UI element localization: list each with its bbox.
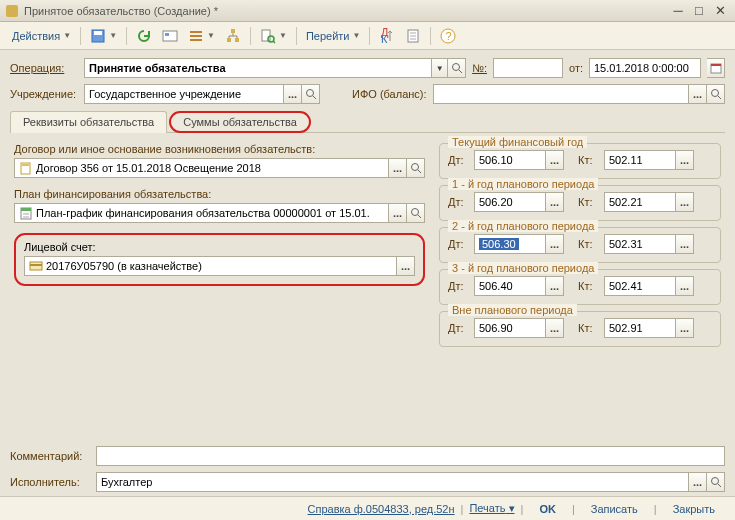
fy-y1-dt[interactable]: 506.20 [474, 192, 546, 212]
fy-current-kt[interactable]: 502.11 [604, 150, 676, 170]
svg-rect-7 [231, 29, 235, 33]
fy-y2-kt-picker[interactable]: ... [676, 234, 694, 254]
fy-y3-dt[interactable]: 506.40 [474, 276, 546, 296]
account-input[interactable]: 20176У05790 (в казначействе) [24, 256, 397, 276]
svg-line-42 [718, 484, 721, 487]
executor-picker[interactable]: ... [689, 472, 707, 492]
fy-y2: 2 - й год планового периода Дт: 506.30..… [439, 227, 721, 263]
fy-y3-kt-picker[interactable]: ... [676, 276, 694, 296]
fy-y2-kt[interactable]: 502.31 [604, 234, 676, 254]
save-button[interactable]: Записать [581, 501, 648, 517]
ifo-input[interactable] [433, 84, 689, 104]
close-window-button[interactable]: ✕ [711, 3, 729, 18]
plan-picker[interactable]: ... [389, 203, 407, 223]
institution-label: Учреждение: [10, 88, 78, 100]
svg-rect-6 [190, 39, 202, 41]
goto-menu[interactable]: Перейти▼ [302, 28, 365, 44]
toolbar-save-icon[interactable]: ▼ [86, 26, 121, 46]
date-picker-icon[interactable] [707, 58, 725, 78]
account-icon [29, 259, 43, 273]
svg-point-31 [411, 164, 418, 171]
footer-ref-link[interactable]: Справка ф.0504833, ред.52н [308, 503, 455, 515]
minimize-button[interactable]: ─ [669, 3, 687, 18]
app-icon [6, 5, 18, 17]
fy-out-kt-picker[interactable]: ... [676, 318, 694, 338]
from-label: от: [569, 62, 583, 74]
operation-search-icon[interactable] [448, 58, 466, 78]
executor-label: Исполнитель: [10, 476, 90, 488]
ifo-label: ИФО (баланс): [352, 88, 427, 100]
fy-y2-dt[interactable]: 506.30 [474, 234, 546, 254]
fy-out-dt[interactable]: 506.90 [474, 318, 546, 338]
svg-line-28 [718, 96, 721, 99]
svg-line-32 [418, 170, 421, 173]
institution-input[interactable]: Государственное учреждение [84, 84, 284, 104]
account-group: Лицевой счет: 20176У05790 (в казначейств… [14, 233, 425, 286]
toolbar-refresh-icon[interactable] [132, 26, 156, 46]
fy-y1-kt-picker[interactable]: ... [676, 192, 694, 212]
operation-select[interactable]: Принятие обязательства [84, 58, 432, 78]
tab-sums[interactable]: Суммы обязательства [169, 111, 311, 133]
svg-rect-10 [262, 30, 270, 41]
svg-rect-30 [22, 164, 29, 166]
tab-requisites[interactable]: Реквизиты обязательства [10, 111, 167, 133]
fy-current-dt-picker[interactable]: ... [546, 150, 564, 170]
fy-y3-dt-picker[interactable]: ... [546, 276, 564, 296]
date-input[interactable]: 15.01.2018 0:00:00 [589, 58, 701, 78]
contract-search-icon[interactable] [407, 158, 425, 178]
operation-dropdown[interactable]: ▼ [432, 58, 448, 78]
contract-label: Договор или иное основание возникновения… [14, 143, 425, 155]
toolbar: Действия▼ ▼ ▼ ▼ Перейти▼ ДК ? [0, 22, 735, 50]
institution-picker[interactable]: ... [284, 84, 302, 104]
svg-line-38 [418, 215, 421, 218]
fy-y1-dt-picker[interactable]: ... [546, 192, 564, 212]
maximize-button[interactable]: □ [690, 3, 708, 18]
svg-rect-9 [235, 38, 239, 42]
number-input[interactable] [493, 58, 563, 78]
toolbar-struct-icon[interactable] [221, 26, 245, 46]
contract-input[interactable]: Договор 356 от 15.01.2018 Освещение 2018 [14, 158, 389, 178]
number-label: №: [472, 62, 487, 74]
plan-input[interactable]: План-график финансирования обязательства… [14, 203, 389, 223]
ok-button[interactable]: OK [529, 501, 566, 517]
close-button[interactable]: Закрыть [663, 501, 725, 517]
svg-point-27 [711, 90, 718, 97]
print-link[interactable]: Печать ▾ [469, 502, 514, 515]
toolbar-doc-icon[interactable] [401, 26, 425, 46]
actions-menu[interactable]: Действия▼ [8, 28, 75, 44]
document-icon [19, 161, 33, 175]
fy-out: Вне планового периода Дт: 506.90... Кт: … [439, 311, 721, 347]
fy-y2-dt-picker[interactable]: ... [546, 234, 564, 254]
comment-input[interactable] [96, 446, 725, 466]
plan-search-icon[interactable] [407, 203, 425, 223]
executor-search-icon[interactable] [707, 472, 725, 492]
ifo-picker[interactable]: ... [689, 84, 707, 104]
fy-current: Текущий финансовый год Дт: 506.10... Кт:… [439, 143, 721, 179]
toolbar-help-icon[interactable]: ? [436, 26, 460, 46]
account-picker[interactable]: ... [397, 256, 415, 276]
fy-current-dt[interactable]: 506.10 [474, 150, 546, 170]
svg-rect-1 [94, 31, 102, 35]
toolbar-find-icon[interactable]: ▼ [256, 26, 291, 46]
toolbar-card-icon[interactable] [158, 26, 182, 46]
contract-picker[interactable]: ... [389, 158, 407, 178]
svg-line-22 [459, 70, 462, 73]
account-label: Лицевой счет: [24, 241, 96, 253]
fy-y3-kt[interactable]: 502.41 [604, 276, 676, 296]
svg-point-41 [711, 478, 718, 485]
fy-current-kt-picker[interactable]: ... [676, 150, 694, 170]
toolbar-sort-icon[interactable]: ДК [375, 26, 399, 46]
svg-rect-4 [190, 31, 202, 33]
ifo-search-icon[interactable] [707, 84, 725, 104]
institution-search-icon[interactable] [302, 84, 320, 104]
svg-line-12 [273, 41, 275, 43]
comment-label: Комментарий: [10, 450, 90, 462]
fy-out-kt[interactable]: 502.91 [604, 318, 676, 338]
svg-rect-24 [711, 64, 721, 66]
svg-text:К: К [381, 33, 388, 44]
executor-input[interactable]: Бухгалтер [96, 472, 689, 492]
svg-rect-40 [30, 264, 42, 266]
fy-out-dt-picker[interactable]: ... [546, 318, 564, 338]
toolbar-list-icon[interactable]: ▼ [184, 26, 219, 46]
fy-y1-kt[interactable]: 502.21 [604, 192, 676, 212]
